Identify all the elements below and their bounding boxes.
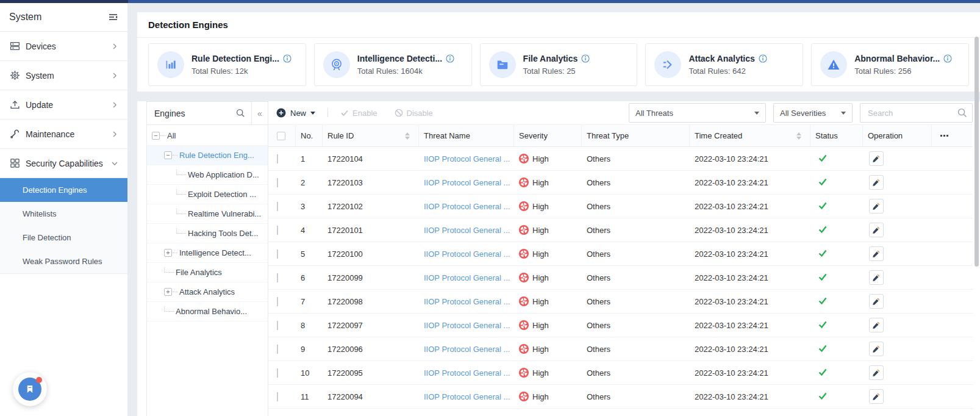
cell-time-created: 2022-03-10 23:24:21: [690, 202, 810, 211]
edit-rule-button[interactable]: [869, 389, 884, 404]
threat-name-link[interactable]: IIOP Protocol General ...: [419, 392, 514, 401]
tree-item[interactable]: + Attack Analytics: [147, 282, 268, 302]
row-checkbox[interactable]: [277, 249, 278, 259]
sidebar-subitem[interactable]: File Detection: [0, 226, 127, 249]
row-checkbox[interactable]: [277, 392, 278, 401]
sidebar-subitem[interactable]: Whitelists: [0, 202, 127, 226]
sort-icon[interactable]: [405, 132, 410, 140]
row-checkbox[interactable]: [277, 321, 278, 330]
threat-name-link[interactable]: IIOP Protocol General ...: [419, 297, 514, 306]
tree-item[interactable]: Realtime Vulnerabi...: [147, 204, 268, 224]
row-checkbox[interactable]: [277, 345, 278, 354]
info-icon[interactable]: [943, 54, 952, 63]
collapse-panel-icon[interactable]: «: [252, 109, 268, 118]
card-title: Rule Detection Engi...: [191, 54, 279, 63]
tree-item[interactable]: Hacking Tools Det...: [147, 224, 268, 243]
card-total-rules: Total Rules: 256: [854, 66, 952, 76]
help-fab[interactable]: [13, 372, 47, 406]
edit-rule-button[interactable]: [869, 270, 884, 285]
tree-expander[interactable]: +: [164, 288, 172, 296]
status-enabled-icon: [818, 154, 828, 164]
row-checkbox[interactable]: [277, 178, 278, 187]
cell-rule-id: 17220101: [323, 226, 419, 235]
threat-name-link[interactable]: IIOP Protocol General ...: [419, 368, 514, 378]
edit-rule-button[interactable]: [869, 175, 884, 190]
sidebar-menu-item[interactable]: Devices: [0, 32, 127, 61]
edit-rule-button[interactable]: [869, 294, 884, 309]
disable-button[interactable]: Disable: [395, 109, 433, 118]
info-icon[interactable]: [581, 54, 590, 63]
threat-name-link[interactable]: IIOP Protocol General ...: [419, 345, 514, 354]
edit-rule-button[interactable]: [869, 342, 884, 356]
threat-name-link[interactable]: IIOP Protocol General ...: [419, 154, 514, 163]
tree-item[interactable]: Web Application D...: [147, 165, 268, 185]
row-checkbox[interactable]: [277, 154, 278, 163]
cell-threat-type: Others: [582, 392, 690, 401]
search-input[interactable]: [867, 108, 957, 118]
vertical-scrollbar[interactable]: [975, 37, 979, 267]
search-icon[interactable]: [230, 109, 251, 118]
cell-severity: High: [532, 368, 549, 378]
sidebar-menu-item[interactable]: Maintenance: [0, 120, 127, 149]
tree-item-label: All: [167, 131, 176, 140]
cell-threat-type: Others: [582, 345, 690, 354]
row-checkbox[interactable]: [277, 297, 278, 306]
sidebar-menu-item[interactable]: System: [0, 61, 127, 90]
severity-filter-select[interactable]: All Severities: [773, 103, 853, 123]
chevron-right-icon: [111, 72, 118, 79]
card-total-rules: Total Rules: 25: [523, 66, 590, 76]
edit-rule-button[interactable]: [869, 365, 884, 380]
tree-connector: [173, 155, 177, 156]
new-button[interactable]: New: [276, 108, 315, 118]
threat-name-link[interactable]: IIOP Protocol General ...: [419, 178, 514, 187]
cell-time-created: 2022-03-10 23:24:21: [690, 321, 810, 330]
threat-name-link[interactable]: IIOP Protocol General ...: [419, 249, 514, 259]
severity-high-icon: [519, 273, 529, 282]
sidebar-subitem[interactable]: Detection Engines: [0, 178, 127, 202]
collapse-menu-icon[interactable]: [108, 12, 118, 22]
edit-rule-button[interactable]: [869, 151, 884, 166]
cell-no: 11: [296, 392, 323, 401]
row-checkbox[interactable]: [277, 202, 278, 211]
edit-rule-button[interactable]: [869, 223, 884, 237]
tree-connector: [169, 311, 174, 312]
threat-name-link[interactable]: IIOP Protocol General ...: [419, 321, 514, 330]
search-icon[interactable]: [957, 108, 967, 118]
threat-name-link[interactable]: IIOP Protocol General ...: [419, 226, 514, 235]
column-header-label: No.: [301, 131, 313, 140]
tree-expander[interactable]: −: [164, 151, 172, 159]
cell-severity: High: [532, 202, 549, 211]
sidebar-item-label: Security Capabilities: [26, 159, 111, 168]
info-icon[interactable]: [759, 54, 767, 63]
tree-item[interactable]: − Rule Detection Eng...: [147, 146, 268, 165]
sidebar-subitem[interactable]: Weak Password Rules: [0, 249, 127, 273]
row-checkbox[interactable]: [277, 226, 278, 235]
threat-name-link[interactable]: IIOP Protocol General ...: [419, 273, 514, 282]
edit-rule-button[interactable]: [869, 246, 884, 261]
tree-item[interactable]: + Intelligence Detect...: [147, 243, 268, 263]
column-settings-icon[interactable]: [932, 125, 973, 146]
tree-item[interactable]: Abnormal Behavio...: [147, 302, 268, 321]
sort-icon[interactable]: [796, 132, 801, 140]
column-header[interactable]: Time Created: [690, 125, 810, 146]
tree-item[interactable]: − All: [147, 126, 268, 146]
severity-high-icon: [519, 344, 529, 354]
cell-rule-id: 17220094: [323, 392, 419, 401]
enable-button[interactable]: Enable: [340, 109, 377, 118]
threat-filter-select[interactable]: All Threats: [629, 103, 766, 123]
column-header[interactable]: Rule ID: [323, 125, 419, 146]
row-checkbox[interactable]: [277, 273, 278, 282]
select-all-checkbox[interactable]: [277, 132, 285, 140]
tree-item[interactable]: Exploit Detection ...: [147, 185, 268, 204]
edit-rule-button[interactable]: [869, 318, 884, 332]
info-icon[interactable]: [446, 54, 454, 63]
tree-item[interactable]: File Analytics: [147, 263, 268, 282]
sidebar-menu-item[interactable]: Update: [0, 90, 127, 120]
tree-expander[interactable]: +: [164, 249, 172, 257]
threat-name-link[interactable]: IIOP Protocol General ...: [419, 202, 514, 211]
sidebar-menu-item[interactable]: Security Capabilities: [0, 149, 127, 178]
row-checkbox[interactable]: [277, 368, 278, 378]
tree-expander[interactable]: −: [152, 132, 160, 140]
edit-rule-button[interactable]: [869, 199, 884, 213]
info-icon[interactable]: [283, 54, 291, 63]
